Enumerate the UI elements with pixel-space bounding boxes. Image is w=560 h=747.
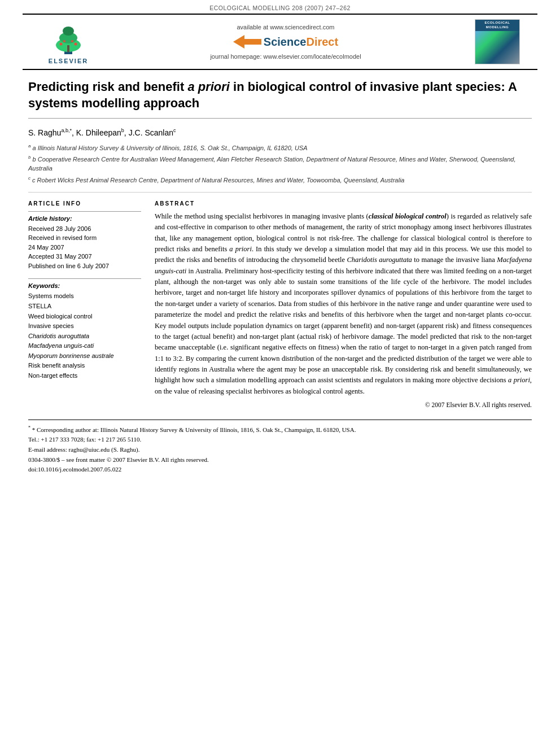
- copyright-line: © 2007 Elsevier B.V. All rights reserved…: [155, 401, 532, 408]
- svg-marker-9: [233, 35, 261, 49]
- kw-2: STELLA: [28, 302, 141, 312]
- elsevier-tree-icon: [43, 20, 94, 56]
- received-1: Received 28 July 2006: [28, 224, 141, 234]
- available-text: available at www.sciencedirect.com: [105, 24, 466, 30]
- kw-3: Weed biological control: [28, 312, 141, 322]
- elsevier-logo: ELSEVIER: [32, 20, 105, 64]
- email-note: E-mail address: raghu@uiuc.edu (S. Raghu…: [28, 445, 532, 455]
- article-content: Predicting risk and benefit a priori in …: [28, 79, 532, 408]
- sciencedirect-arrow-icon: [233, 34, 261, 50]
- tel-fax-note: Tel.: +1 217 333 7028; fax: +1 217 265 5…: [28, 435, 532, 445]
- eco-cover-art: [475, 31, 519, 64]
- svg-point-7: [63, 40, 65, 42]
- email-link[interactable]: raghu@uiuc.edu: [68, 446, 110, 453]
- center-links: available at www.sciencedirect.com Scien…: [105, 24, 466, 60]
- sciencedirect-text: ScienceDirect: [264, 36, 338, 49]
- kw-8: Risk benefit analysis: [28, 361, 141, 371]
- received-2-date: 24 May 2007: [28, 243, 141, 252]
- kw-1: Systems models: [28, 291, 141, 302]
- authors: S. Raghua,b,*, K. Dhileepanb, J.C. Scanl…: [28, 128, 532, 137]
- kw-6: Macfadyena unguis-cati: [28, 341, 141, 351]
- page: ECOLOGICAL MODELLING 208 (2007) 247–262 …: [0, 0, 560, 747]
- article-info-heading: ARTICLE INFO: [28, 200, 141, 207]
- svg-point-6: [75, 42, 77, 45]
- svg-rect-4: [67, 45, 69, 52]
- kw-4: Invasive species: [28, 321, 141, 331]
- keywords-block: Keywords: Systems models STELLA Weed bio…: [28, 278, 141, 381]
- journal-cover: ECOLOGICALMODELLING: [466, 19, 528, 64]
- affiliation-c: c c Robert Wicks Pest Animal Research Ce…: [28, 175, 532, 185]
- footnote-area: * * Corresponding author at: Illinois Na…: [28, 420, 532, 475]
- sciencedirect-logo: ScienceDirect: [105, 34, 466, 50]
- svg-point-5: [60, 42, 63, 45]
- svg-point-3: [63, 27, 74, 36]
- affiliation-a: a a Illinois Natural History Survey & Un…: [28, 143, 532, 152]
- article-history: Article history: Received 28 July 2006 R…: [28, 211, 141, 271]
- accepted-date: Accepted 31 May 2007: [28, 252, 141, 261]
- svg-point-8: [71, 40, 73, 42]
- received-2-label: Received in revised form: [28, 233, 141, 243]
- open-access-note: 0304-3800/$ – see front matter © 2007 El…: [28, 455, 532, 465]
- kw-7: Myoporum bonrinense australe: [28, 351, 141, 361]
- keywords-label: Keywords:: [28, 282, 141, 289]
- kw-5: Charidotis auroguttata: [28, 331, 141, 342]
- kw-9: Non-target effects: [28, 371, 141, 381]
- affiliation-b: b b Cooperative Research Centre for Aust…: [28, 154, 532, 173]
- eco-header-label: ECOLOGICALMODELLING: [475, 20, 519, 31]
- abstract-heading: ABSTRACT: [155, 200, 532, 207]
- journal-homepage: journal homepage: www.elsevier.com/locat…: [105, 53, 466, 60]
- left-column: ARTICLE INFO Article history: Received 2…: [28, 200, 141, 408]
- journal-header: ECOLOGICAL MODELLING 208 (2007) 247–262: [0, 0, 560, 14]
- doi-note: doi:10.1016/j.ecolmodel.2007.05.022: [28, 465, 532, 475]
- abstract-text: While the method using specialist herbiv…: [155, 211, 532, 397]
- article-title: Predicting risk and benefit a priori in …: [28, 79, 532, 119]
- affiliations: a a Illinois Natural History Survey & Un…: [28, 143, 532, 193]
- journal-header-text: ECOLOGICAL MODELLING 208 (2007) 247–262: [209, 5, 351, 11]
- logo-area: ELSEVIER available at www.sciencedirect.…: [23, 14, 537, 70]
- published-date: Published on line 6 July 2007: [28, 261, 141, 271]
- eco-model-cover-image: ECOLOGICALMODELLING: [475, 19, 520, 64]
- history-label: Article history:: [28, 215, 141, 222]
- corresponding-note: * * Corresponding author at: Illinois Na…: [28, 425, 532, 435]
- right-column: ABSTRACT While the method using speciali…: [155, 200, 532, 408]
- two-column-section: ARTICLE INFO Article history: Received 2…: [28, 200, 532, 408]
- elsevier-label: ELSEVIER: [49, 58, 88, 64]
